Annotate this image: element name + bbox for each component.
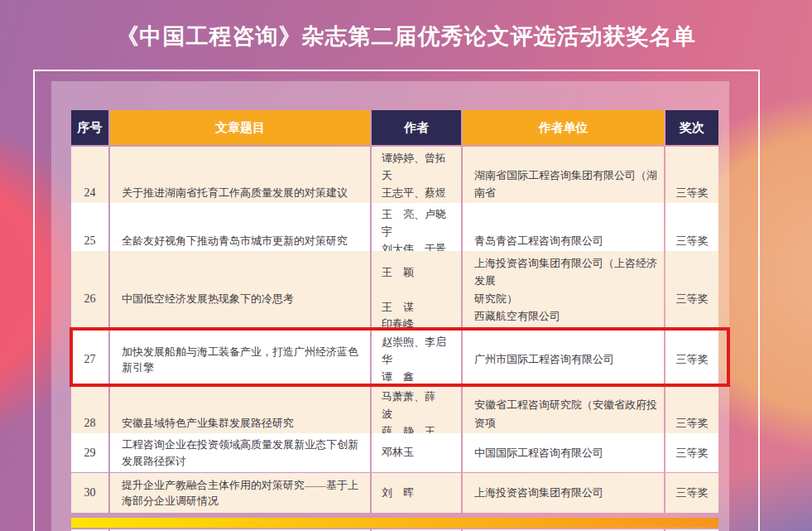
header-cell-number: 序号 bbox=[71, 110, 108, 145]
article-authors: 邓林玉 bbox=[372, 433, 461, 472]
article-authors: 刘 晖 bbox=[372, 473, 461, 513]
table-row: 24 关于推进湖南省托育工作高质量发展的对策建议 谭婷婷、曾拓天 王志平、蔡煜杰… bbox=[71, 147, 718, 201]
row-number: 29 bbox=[71, 433, 108, 472]
row-number: 30 bbox=[71, 473, 108, 513]
table-row: 29 工程咨询企业在投资领域高质量发展新业态下创新发展路径探讨 邓林玉 中国国际… bbox=[71, 433, 718, 471]
award-level: 三等奖 bbox=[665, 473, 718, 513]
article-title: 工程咨询企业在投资领域高质量发展新业态下创新发展路径探讨 bbox=[110, 433, 370, 472]
header-cell-award: 奖次 bbox=[665, 110, 718, 145]
highlight-red-box bbox=[70, 327, 730, 387]
article-title: 提升企业产教融合主体作用的对策研究——基于上海部分企业调研情况 bbox=[110, 473, 370, 513]
header-cell-authors: 作者 bbox=[372, 110, 461, 145]
header-cell-organization: 作者单位 bbox=[463, 110, 664, 145]
table-header-row: 序号 文章题目 作者 作者单位 奖次 bbox=[71, 110, 718, 145]
author-organization: 中国国际工程咨询有限公司 bbox=[463, 433, 664, 472]
award-table: 序号 文章题目 作者 作者单位 奖次 24 关于推进湖南省托育工作高质量发展的对… bbox=[71, 110, 718, 513]
header-cell-title: 文章题目 bbox=[110, 110, 370, 145]
divider-bar bbox=[71, 518, 718, 528]
table-row: 26 中国低空经济发展热现象下的冷思考 王 颖 王 谋 印春峰 上海投资咨询集团… bbox=[71, 251, 718, 329]
table-row: 28 安徽县域特色产业集群发展路径研究 马萧萧、薛 波 薛 静、王 亮 安徽省工… bbox=[71, 385, 718, 432]
award-level: 三等奖 bbox=[665, 433, 718, 472]
table-row: 25 全龄友好视角下推动青岛市城市更新的对策研究 王 亮、卢晓宇 刘大伟、于景菲… bbox=[71, 203, 718, 249]
author-organization: 上海投资咨询集团有限公司 bbox=[463, 473, 664, 513]
poster-page: { "page": { "title": "《中国工程咨询》杂志第二届优秀论文评… bbox=[0, 0, 812, 531]
table-row: 30 提升企业产教融合主体作用的对策研究——基于上海部分企业调研情况 刘 晖 上… bbox=[71, 473, 718, 513]
page-title: 《中国工程咨询》杂志第二届优秀论文评选活动获奖名单 bbox=[0, 22, 812, 51]
